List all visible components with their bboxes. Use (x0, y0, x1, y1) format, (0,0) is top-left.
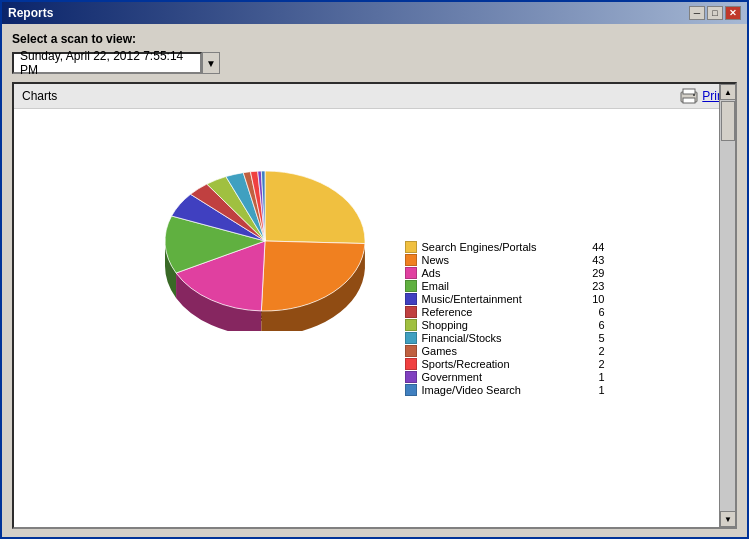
legend-item-label: Government (422, 371, 580, 383)
legend-item: Sports/Recreation2 (405, 358, 605, 370)
maximize-button[interactable]: □ (707, 6, 723, 20)
legend-color-swatch (405, 280, 417, 292)
legend-item-value: 10 (584, 293, 604, 305)
window-body: Select a scan to view: Sunday, April 22,… (2, 24, 747, 537)
close-button[interactable]: ✕ (725, 6, 741, 20)
scroll-thumb[interactable] (721, 101, 735, 141)
dropdown-value: Sunday, April 22, 2012 7:55:14 PM (20, 49, 194, 77)
legend-item: Search Engines/Portals44 (405, 241, 605, 253)
legend-item-label: Reference (422, 306, 580, 318)
scroll-down-button[interactable]: ▼ (720, 511, 736, 527)
pie-section: Categories (145, 306, 385, 331)
window-controls: ─ □ ✕ (689, 6, 741, 20)
legend-color-swatch (405, 384, 417, 396)
legend-item: Reference6 (405, 306, 605, 318)
legend-item-label: Ads (422, 267, 580, 279)
legend-color-swatch (405, 345, 417, 357)
legend-item-label: News (422, 254, 580, 266)
title-bar: Reports ─ □ ✕ (2, 2, 747, 24)
legend-item-value: 1 (585, 371, 605, 383)
legend-item: Shopping6 (405, 319, 605, 331)
legend-item: Music/Entertainment10 (405, 293, 605, 305)
legend-item-value: 5 (585, 332, 605, 344)
legend-item-label: Email (422, 280, 580, 292)
legend-item-value: 2 (585, 345, 605, 357)
legend-item: Email23 (405, 280, 605, 292)
print-icon (680, 88, 698, 104)
legend-item-label: Financial/Stocks (422, 332, 580, 344)
legend-color-swatch (405, 319, 417, 331)
legend-color-swatch (405, 241, 417, 253)
svg-rect-2 (683, 98, 695, 103)
charts-label: Charts (22, 89, 57, 103)
legend-item: Government1 (405, 371, 605, 383)
scroll-up-button[interactable]: ▲ (720, 84, 736, 100)
scrollbar[interactable]: ▲ ▼ (719, 84, 735, 527)
window-title: Reports (8, 6, 53, 20)
legend-item-value: 6 (585, 319, 605, 331)
legend-color-swatch (405, 371, 417, 383)
legend-color-swatch (405, 358, 417, 370)
pie-canvas (145, 131, 385, 331)
reports-window: Reports ─ □ ✕ Select a scan to view: Sun… (0, 0, 749, 539)
legend-item-label: Music/Entertainment (422, 293, 580, 305)
dropdown-arrow-button[interactable]: ▼ (202, 52, 220, 74)
legend-item-value: 1 (585, 384, 605, 396)
legend-item: Games2 (405, 345, 605, 357)
legend-item-label: Games (422, 345, 580, 357)
legend-item: Image/Video Search1 (405, 384, 605, 396)
legend-color-swatch (405, 306, 417, 318)
legend-item-value: 29 (584, 267, 604, 279)
legend-item: News43 (405, 254, 605, 266)
dropdown-container: Sunday, April 22, 2012 7:55:14 PM ▼ (12, 52, 737, 74)
legend-color-swatch (405, 267, 417, 279)
legend-item-label: Shopping (422, 319, 580, 331)
scroll-track (720, 100, 735, 511)
content-area: Charts Print Categories (12, 82, 737, 529)
legend-item: Ads29 (405, 267, 605, 279)
legend-item-value: 6 (585, 306, 605, 318)
legend-item-label: Search Engines/Portals (422, 241, 580, 253)
legend-item-value: 23 (584, 280, 604, 292)
chart-wrapper: Categories (145, 241, 605, 396)
chart-container: Categories (14, 109, 735, 527)
scan-dropdown[interactable]: Sunday, April 22, 2012 7:55:14 PM (12, 52, 202, 74)
legend-item-value: 44 (584, 241, 604, 253)
legend-color-swatch (405, 332, 417, 344)
legend-item-value: 43 (584, 254, 604, 266)
legend-item: Financial/Stocks5 (405, 332, 605, 344)
legend-color-swatch (405, 254, 417, 266)
svg-rect-1 (683, 89, 695, 94)
minimize-button[interactable]: ─ (689, 6, 705, 20)
legend-color-swatch (405, 293, 417, 305)
legend-item-label: Sports/Recreation (422, 358, 580, 370)
legend-item-label: Image/Video Search (422, 384, 580, 396)
legend-item-value: 2 (585, 358, 605, 370)
select-scan-label: Select a scan to view: (12, 32, 737, 46)
svg-point-3 (693, 94, 695, 96)
content-header: Charts Print (14, 84, 735, 109)
chart-legend: Search Engines/Portals44News43Ads29Email… (405, 241, 605, 396)
